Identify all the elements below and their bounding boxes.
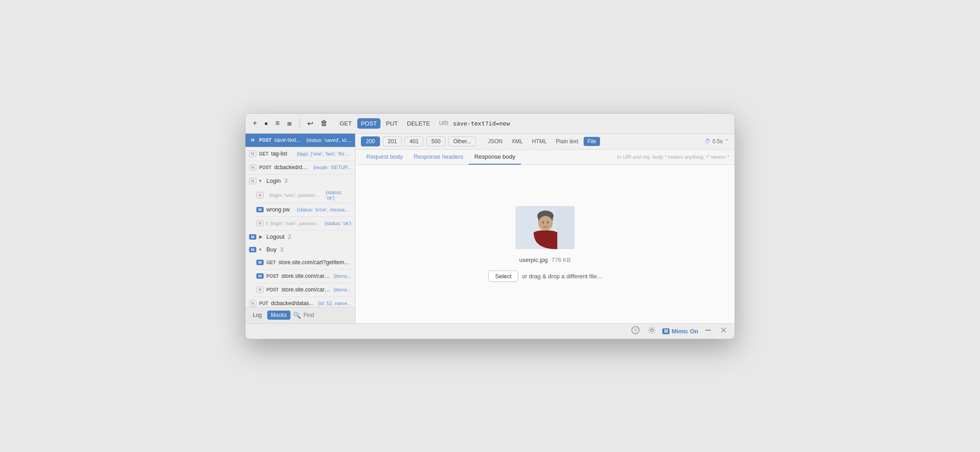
group-logout[interactable]: M ▶ Logout 2	[245, 231, 355, 243]
group-login[interactable]: N ▾ Login 3	[245, 175, 355, 187]
minimize-icon	[705, 326, 712, 334]
svg-point-6	[547, 221, 549, 224]
mock-name: slow	[266, 220, 267, 226]
mocks-tab-button[interactable]: Mocks	[267, 311, 290, 320]
timer-icon: ⏱	[705, 138, 710, 145]
status-201-button[interactable]: 201	[383, 136, 402, 146]
xml-type-button[interactable]: XML	[508, 137, 527, 146]
undo-button[interactable]: ↩	[305, 118, 315, 129]
mock-item-login-wrong[interactable]: M wrong pw {status: 'error', message: 'W…	[253, 203, 355, 217]
mock-method: GET	[266, 260, 276, 265]
main-content: M POST save-text?id=new {status: 'saved'…	[245, 134, 735, 323]
mock-item-save-text[interactable]: M POST save-text?id=new {status: 'saved'…	[245, 134, 355, 147]
toolbar-left: + ● ≡ ≣ ↩ 🗑	[251, 118, 330, 129]
select-file-button[interactable]: Select	[488, 271, 518, 282]
mock-method: POST	[266, 274, 279, 279]
mock-item-buy-post-cart-2[interactable]: N POST store.site.com/cart?update {items…	[253, 283, 355, 297]
mock-params: {mode: 'SETUP...	[313, 165, 351, 170]
group-buy-children: M GET store.site.com/cart?getItemCount M…	[245, 256, 355, 297]
right-panel: 200 201 401 500 Other... JSON XML HTML P…	[355, 134, 735, 323]
put-method-button[interactable]: PUT	[382, 118, 401, 129]
timer-stepper[interactable]: ⌃	[725, 138, 729, 145]
badge-n: N	[249, 151, 256, 157]
list-button[interactable]: ≡	[274, 118, 281, 128]
badge-n: N	[249, 178, 256, 184]
mimic-badge: M Mimic On	[662, 328, 698, 335]
html-type-button[interactable]: HTML	[528, 137, 550, 146]
file-name: userpic.jpg	[519, 256, 548, 263]
status-bar: ? M Mimic On	[245, 323, 735, 339]
group-arrow: ▾	[259, 178, 264, 183]
mock-method: POST	[259, 165, 271, 170]
mimic-label: Mimic On	[671, 328, 698, 335]
file-type-button[interactable]: File	[584, 137, 600, 146]
svg-point-4	[538, 216, 553, 231]
outline-button[interactable]: ≣	[285, 119, 294, 128]
svg-point-10	[650, 329, 653, 331]
mock-right-params: {status: 'ok'}	[326, 190, 351, 201]
toolbar-divider	[300, 119, 300, 128]
mock-item-login-ok[interactable]: N ok {login: 'ivan', password... {status…	[253, 187, 355, 203]
log-tab-button[interactable]: Log	[249, 311, 265, 320]
group-name: Login	[266, 177, 281, 184]
response-headers-tab[interactable]: Response headers	[408, 150, 469, 165]
mock-item-put-dcbacked-52[interactable]: N PUT dcbacked/datasource/52 {id: 52, na…	[245, 297, 355, 307]
post-method-button[interactable]: POST	[357, 118, 380, 129]
mock-params: {tags: ['one', 'two', 'three', 'four...	[297, 151, 351, 156]
group-arrow: ▾	[259, 247, 264, 252]
svg-point-5	[542, 221, 544, 224]
mock-item-buy-get-cart[interactable]: M GET store.site.com/cart?getItemCount	[253, 256, 355, 270]
mock-params: {items...	[334, 287, 351, 292]
plain-text-type-button[interactable]: Plain text	[552, 137, 582, 146]
file-preview: userpic.jpg 776 KB Select or drag & drop…	[488, 206, 602, 282]
record-button[interactable]: ●	[262, 119, 270, 128]
group-name: Logout	[266, 233, 285, 240]
badge-m: M	[249, 234, 256, 240]
status-row: 200 201 401 500 Other... JSON XML HTML P…	[355, 134, 735, 150]
close-button[interactable]	[718, 326, 729, 336]
badge-n: N	[256, 192, 264, 198]
timer-value: 0.5s	[712, 138, 723, 145]
mock-method: PUT	[259, 301, 268, 306]
response-body-tab[interactable]: Response body	[469, 150, 520, 165]
status-bar-right: ? M Mimic On	[630, 325, 729, 337]
help-icon: ?	[631, 326, 640, 334]
drag-drop-text: or drag & drop a different file...	[522, 273, 601, 280]
delete-button[interactable]: 🗑	[319, 118, 330, 128]
mock-name: store.site.com/cart?getItemCount	[279, 259, 351, 266]
badge-n: N	[256, 286, 264, 293]
status-500-button[interactable]: 500	[426, 136, 445, 146]
mock-name: tag-list	[271, 151, 294, 157]
mock-item-dcbacked-setup[interactable]: N POST dcbacked/datasource {mode: 'SETUP…	[245, 161, 355, 175]
delete-method-button[interactable]: DELETE	[403, 118, 434, 129]
mock-item-login-slow[interactable]: N slow {login: 'ivan', passwo... {status…	[253, 217, 355, 231]
mock-params: {status: 'saved', id:...	[306, 137, 351, 143]
add-button[interactable]: +	[251, 118, 259, 128]
settings-button[interactable]	[646, 325, 658, 337]
badge-m: M	[256, 273, 264, 279]
badge-n: N	[249, 300, 256, 306]
mock-item-tag-list[interactable]: N GET tag-list {tags: ['one', 'two', 'th…	[245, 147, 355, 161]
request-body-tab[interactable]: Request body	[361, 150, 408, 165]
get-method-button[interactable]: GET	[336, 118, 355, 129]
help-button[interactable]: ?	[630, 325, 641, 337]
group-buy[interactable]: M ▾ Buy 3	[245, 243, 355, 256]
mock-params: {status: 'error', message: 'Wr...	[297, 207, 351, 212]
mock-item-buy-post-cart-1[interactable]: M POST store.site.com/cart?update {items…	[253, 270, 355, 283]
file-info: userpic.jpg 776 KB	[519, 256, 571, 263]
app-window: + ● ≡ ≣ ↩ 🗑 GET POST PUT DELETE URI save…	[245, 113, 735, 339]
mock-name: save-text?id=new	[274, 137, 303, 143]
badge-m: M	[249, 137, 256, 143]
minimize-button[interactable]	[703, 326, 714, 336]
svg-text:?: ?	[634, 328, 637, 333]
search-icon[interactable]: 🔍	[292, 311, 302, 320]
left-bottom-bar: Log Mocks 🔍 ⛃	[245, 307, 355, 323]
status-401-button[interactable]: 401	[405, 136, 424, 146]
find-input[interactable]	[304, 312, 355, 318]
json-type-button[interactable]: JSON	[484, 137, 506, 146]
badge-n: N	[249, 164, 256, 171]
status-200-button[interactable]: 200	[361, 136, 380, 146]
status-other-button[interactable]: Other...	[448, 136, 476, 146]
mock-params: {id: 52, name...	[318, 301, 351, 306]
response-body-area: userpic.jpg 776 KB Select or drag & drop…	[355, 165, 735, 323]
